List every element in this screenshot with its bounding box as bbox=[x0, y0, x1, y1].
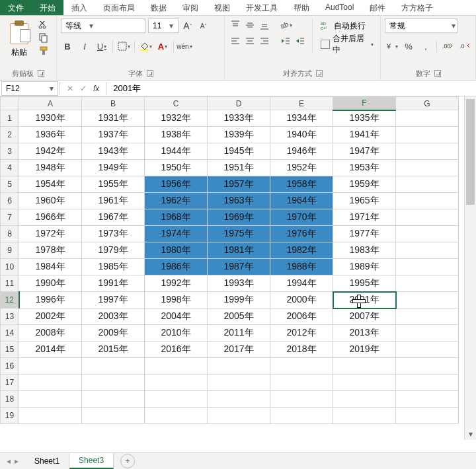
cell[interactable] bbox=[396, 308, 459, 325]
cell[interactable]: 1961年 bbox=[82, 193, 145, 209]
cell[interactable]: 2009年 bbox=[82, 325, 145, 342]
cell[interactable] bbox=[396, 325, 459, 342]
cell[interactable] bbox=[208, 391, 270, 408]
cell[interactable] bbox=[333, 408, 396, 424]
cell[interactable]: 2004年 bbox=[145, 308, 208, 325]
number-dialog-launcher[interactable] bbox=[434, 70, 441, 77]
cell[interactable]: 1945年 bbox=[208, 143, 270, 160]
cell[interactable]: 2000年 bbox=[270, 292, 333, 308]
col-header-A[interactable]: A bbox=[19, 97, 82, 110]
cell[interactable]: 2002年 bbox=[19, 308, 82, 325]
cancel-edit-icon[interactable]: ✕ bbox=[67, 84, 73, 93]
row-header-12[interactable]: 12 bbox=[1, 292, 19, 308]
col-header-G[interactable]: G bbox=[396, 97, 459, 110]
cell[interactable] bbox=[396, 391, 459, 408]
italic-button[interactable]: I bbox=[78, 40, 91, 53]
cell[interactable] bbox=[82, 358, 145, 375]
cell[interactable]: 1951年 bbox=[208, 160, 270, 176]
cell[interactable] bbox=[270, 391, 333, 408]
cell[interactable] bbox=[396, 375, 459, 391]
cell[interactable]: 1935年 bbox=[333, 110, 396, 127]
border-button[interactable]: ▾ bbox=[117, 40, 130, 53]
tab-data[interactable]: 数据 bbox=[143, 0, 175, 15]
copy-button[interactable] bbox=[37, 32, 50, 44]
select-all-corner[interactable] bbox=[1, 97, 19, 110]
sheet-tab-sheet3[interactable]: Sheet3 bbox=[69, 453, 114, 469]
grow-font-button[interactable]: A˄ bbox=[181, 19, 194, 32]
row-header-1[interactable]: 1 bbox=[1, 110, 19, 127]
cell[interactable]: 1932年 bbox=[145, 110, 208, 127]
tab-developer[interactable]: 开发工具 bbox=[238, 0, 286, 15]
cell[interactable]: 1956年 bbox=[145, 176, 208, 193]
tab-view[interactable]: 视图 bbox=[206, 0, 238, 15]
increase-indent-button[interactable] bbox=[294, 34, 307, 48]
phonetic-button[interactable]: wén▾ bbox=[178, 40, 191, 53]
cell[interactable] bbox=[396, 127, 459, 143]
cell[interactable] bbox=[396, 358, 459, 375]
cell[interactable]: 1930年 bbox=[19, 110, 82, 127]
cell[interactable] bbox=[208, 375, 270, 391]
fill-color-button[interactable]: ▾ bbox=[139, 40, 152, 53]
row-header-14[interactable]: 14 bbox=[1, 325, 19, 342]
align-center-button[interactable] bbox=[243, 34, 257, 48]
cell[interactable]: 2005年 bbox=[208, 308, 270, 325]
scroll-down-arrow[interactable]: ▾ bbox=[465, 429, 476, 440]
row-header-5[interactable]: 5 bbox=[1, 176, 19, 193]
align-left-button[interactable] bbox=[229, 34, 242, 48]
cell[interactable] bbox=[396, 160, 459, 176]
orientation-button[interactable]: ab▾ bbox=[279, 18, 292, 32]
font-color-button[interactable]: A▾ bbox=[156, 40, 169, 53]
cell[interactable]: 2017年 bbox=[208, 342, 270, 358]
cell[interactable]: 2006年 bbox=[270, 308, 333, 325]
row-header-16[interactable]: 16 bbox=[1, 358, 19, 375]
cell[interactable]: 1934年 bbox=[270, 110, 333, 127]
cell[interactable]: 1986年 bbox=[145, 259, 208, 275]
cell[interactable]: 2011年 bbox=[208, 325, 270, 342]
cell[interactable] bbox=[396, 176, 459, 193]
cell[interactable]: 1983年 bbox=[333, 242, 396, 259]
cell[interactable]: 1938年 bbox=[145, 127, 208, 143]
cell[interactable]: 1967年 bbox=[82, 209, 145, 226]
cell[interactable]: 1946年 bbox=[270, 143, 333, 160]
cell[interactable]: 1948年 bbox=[19, 160, 82, 176]
cell[interactable]: 1942年 bbox=[19, 143, 82, 160]
row-header-9[interactable]: 9 bbox=[1, 242, 19, 259]
cell[interactable]: 2007年 bbox=[333, 308, 396, 325]
align-top-button[interactable] bbox=[229, 18, 242, 32]
cell[interactable] bbox=[396, 275, 459, 292]
shrink-font-button[interactable]: A˅ bbox=[197, 19, 210, 32]
cell[interactable]: 1995年 bbox=[333, 275, 396, 292]
comma-style-button[interactable]: , bbox=[419, 40, 432, 53]
cell[interactable] bbox=[145, 375, 208, 391]
font-name-combo[interactable]: 等线▾ bbox=[61, 18, 145, 33]
cell[interactable] bbox=[19, 391, 82, 408]
cell[interactable]: 1980年 bbox=[145, 242, 208, 259]
cell[interactable]: 1999年 bbox=[208, 292, 270, 308]
align-middle-button[interactable] bbox=[243, 18, 257, 32]
cell[interactable]: 2014年 bbox=[19, 342, 82, 358]
cell[interactable]: 1962年 bbox=[145, 193, 208, 209]
cell[interactable] bbox=[396, 259, 459, 275]
cell[interactable]: 1981年 bbox=[208, 242, 270, 259]
col-header-D[interactable]: D bbox=[208, 97, 270, 110]
col-header-F[interactable]: F bbox=[333, 97, 396, 110]
cell[interactable]: 1987年 bbox=[208, 259, 270, 275]
cell[interactable] bbox=[208, 358, 270, 375]
cell[interactable] bbox=[396, 209, 459, 226]
row-header-7[interactable]: 7 bbox=[1, 209, 19, 226]
cell[interactable] bbox=[19, 375, 82, 391]
tab-ffgz[interactable]: 方方格子 bbox=[393, 0, 441, 15]
underline-button[interactable]: U▾ bbox=[95, 40, 108, 53]
cell[interactable]: 1959年 bbox=[333, 176, 396, 193]
row-header-4[interactable]: 4 bbox=[1, 160, 19, 176]
cell[interactable]: 1947年 bbox=[333, 143, 396, 160]
vertical-scrollbar[interactable]: ▴ ▾ bbox=[464, 96, 476, 440]
cell[interactable]: 1978年 bbox=[19, 242, 82, 259]
cell[interactable] bbox=[396, 226, 459, 242]
decrease-indent-button[interactable] bbox=[279, 34, 292, 48]
cell[interactable]: 1992年 bbox=[145, 275, 208, 292]
format-painter-button[interactable] bbox=[37, 45, 50, 57]
cell[interactable] bbox=[82, 391, 145, 408]
cell[interactable] bbox=[333, 358, 396, 375]
cell[interactable]: 1937年 bbox=[82, 127, 145, 143]
